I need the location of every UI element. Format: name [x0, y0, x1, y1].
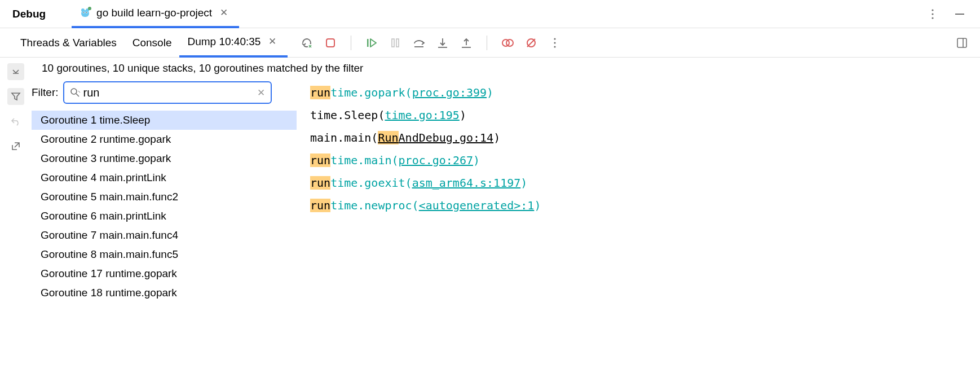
run-config-label: go build learn-go-project	[96, 7, 212, 19]
resume-icon[interactable]	[365, 36, 378, 50]
call-text: main.main(	[310, 131, 378, 144]
filter-icon[interactable]	[7, 88, 24, 105]
svg-point-10	[932, 17, 933, 19]
svg-rect-2	[81, 10, 89, 17]
stack-trace: runtime.gopark(proc.go:399)time.Sleep(ti…	[297, 79, 541, 386]
goroutine-summary: 10 goroutines, 10 unique stacks, 10 goro…	[32, 58, 980, 79]
panel-title: Debug	[7, 8, 51, 20]
svg-rect-26	[957, 38, 966, 47]
highlight: run	[310, 153, 330, 167]
call-text: time.Sleep(	[310, 108, 385, 122]
call-text: )	[493, 131, 500, 144]
svg-point-23	[554, 38, 556, 40]
list-item[interactable]: Goroutine 18 runtime.gopark	[32, 283, 297, 302]
svg-rect-19	[462, 47, 471, 48]
svg-point-7	[88, 7, 91, 10]
source-link[interactable]: <autogenerated>:1	[419, 199, 535, 212]
separator	[351, 36, 351, 50]
undo-icon[interactable]	[7, 113, 24, 130]
tab-threads[interactable]: Threads & Variables	[12, 28, 125, 58]
list-item[interactable]: Goroutine 8 main.main.func5	[32, 245, 297, 264]
more-icon[interactable]	[927, 8, 938, 20]
rerun-icon[interactable]	[300, 36, 314, 50]
svg-point-25	[554, 46, 556, 47]
highlight: run	[310, 199, 330, 212]
call-text: )	[487, 86, 493, 99]
close-icon[interactable]: ✕	[217, 7, 231, 19]
separator	[487, 36, 487, 50]
clear-icon[interactable]: ✕	[257, 87, 265, 99]
step-over-icon[interactable]	[412, 36, 426, 50]
source-link[interactable]: time.go:195	[385, 108, 459, 122]
layout-icon[interactable]	[955, 36, 969, 50]
source-link[interactable]: proc.go:267	[399, 153, 473, 167]
svg-point-8	[932, 9, 933, 11]
source-link[interactable]: asm_arm64.s:1197	[412, 176, 521, 190]
svg-rect-14	[367, 39, 369, 47]
svg-rect-17	[414, 46, 423, 47]
run-config-tab[interactable]: go build learn-go-project ✕	[72, 0, 239, 28]
source-link[interactable]: AndDebug.go:14	[399, 131, 494, 144]
svg-point-28	[71, 89, 77, 94]
stack-frame: runtime.goexit(asm_arm64.s:1197)	[310, 172, 541, 194]
debug-header: Debug go build learn-go-project ✕	[0, 0, 980, 28]
call-text: )	[473, 153, 480, 167]
view-breakpoints-icon[interactable]	[501, 36, 514, 50]
content-area: 10 goroutines, 10 unique stacks, 10 goro…	[0, 58, 980, 386]
call-text: )	[460, 108, 466, 122]
svg-point-5	[83, 12, 84, 12]
list-item[interactable]: Goroutine 5 main.main.func2	[32, 187, 297, 207]
stack-frame: time.Sleep(time.go:195)	[310, 104, 541, 126]
stack-frame: runtime.main(proc.go:267)	[310, 149, 541, 172]
open-external-icon[interactable]	[7, 138, 24, 155]
svg-point-24	[554, 42, 556, 43]
debug-toolbar: Threads & Variables Console Dump 10:40:3…	[0, 28, 980, 58]
svg-point-6	[86, 12, 87, 12]
filter-input-box[interactable]: ✕	[63, 81, 272, 104]
step-out-icon[interactable]	[460, 36, 473, 50]
stack-frame: runtime.gopark(proc.go:399)	[310, 81, 541, 104]
svg-rect-18	[438, 47, 447, 48]
list-item[interactable]: Goroutine 4 main.printLink	[32, 168, 297, 187]
svg-rect-11	[955, 14, 964, 15]
call-text: time.goexit(	[330, 176, 412, 190]
stack-frame: main.main(RunAndDebug.go:14)	[310, 126, 541, 149]
svg-rect-13	[326, 39, 334, 47]
svg-rect-16	[396, 39, 399, 47]
svg-point-9	[932, 13, 933, 15]
minimize-icon[interactable]	[954, 8, 965, 20]
mute-breakpoints-icon[interactable]	[524, 36, 538, 50]
pause-icon[interactable]	[389, 36, 402, 50]
source-link[interactable]: proc.go:399	[412, 86, 487, 99]
list-item[interactable]: Goroutine 1 time.Sleep	[32, 111, 297, 130]
stack-frame: runtime.newproc(<autogenerated>:1)	[310, 194, 541, 217]
step-into-icon[interactable]	[436, 36, 449, 50]
tab-dump[interactable]: Dump 10:40:35✕	[179, 28, 288, 58]
svg-rect-15	[392, 39, 394, 47]
close-icon[interactable]: ✕	[265, 36, 280, 47]
call-text: time.gopark(	[330, 86, 412, 99]
more-icon[interactable]	[548, 36, 562, 50]
expand-collapse-icon[interactable]	[7, 63, 24, 80]
list-item[interactable]: Goroutine 6 main.printLink	[32, 207, 297, 226]
highlight[interactable]: Run	[378, 131, 398, 144]
search-icon	[70, 87, 80, 98]
call-text: time.newproc(	[330, 199, 419, 212]
tab-console[interactable]: Console	[125, 28, 180, 58]
list-item[interactable]: Goroutine 3 runtime.gopark	[32, 149, 297, 168]
goroutine-list: Goroutine 1 time.Sleep Goroutine 2 runti…	[32, 111, 297, 302]
stop-icon[interactable]	[324, 36, 337, 50]
gopher-icon	[80, 7, 92, 19]
call-text: )	[534, 199, 541, 212]
list-item[interactable]: Goroutine 2 runtime.gopark	[32, 130, 297, 149]
call-text: time.main(	[330, 153, 398, 167]
filter-label: Filter:	[32, 86, 59, 99]
list-item[interactable]: Goroutine 17 runtime.gopark	[32, 264, 297, 283]
goroutine-panel: Filter: ✕ Goroutine 1 time.Sleep Gorouti…	[32, 79, 297, 386]
call-text: )	[520, 176, 527, 190]
filter-input[interactable]	[83, 86, 257, 99]
left-gutter	[0, 58, 32, 386]
highlight: run	[310, 86, 330, 99]
list-item[interactable]: Goroutine 7 main.main.func4	[32, 226, 297, 245]
highlight: run	[310, 176, 330, 190]
